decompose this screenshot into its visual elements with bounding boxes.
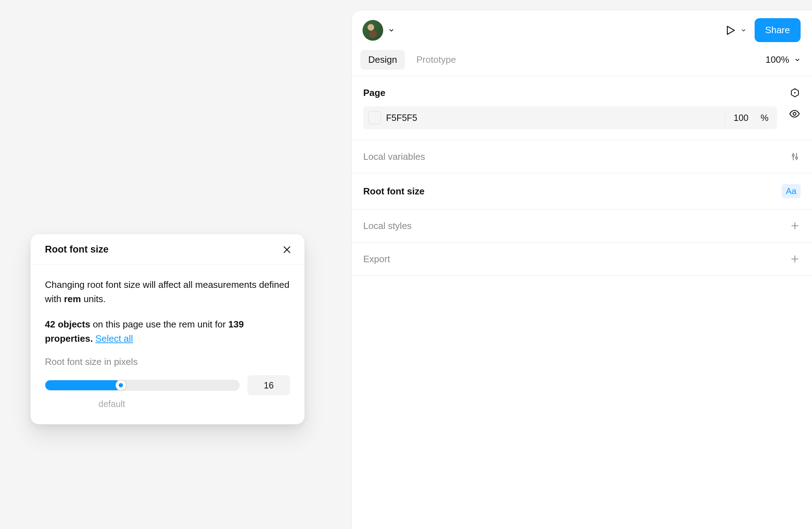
- select-all-link[interactable]: Select all: [96, 333, 133, 344]
- svg-point-2: [794, 92, 796, 93]
- share-button[interactable]: Share: [755, 18, 801, 42]
- modal-stats: 42 objects on this page use the rem unit…: [45, 317, 290, 346]
- modal-description: Changing root font size will affect all …: [45, 278, 290, 306]
- play-icon[interactable]: [724, 24, 737, 37]
- color-hex-value: F5F5F5: [386, 113, 720, 123]
- modal-header: Root font size: [31, 234, 304, 265]
- svg-point-3: [793, 112, 796, 115]
- add-export-plus-icon[interactable]: [789, 253, 801, 265]
- modal-title: Root font size: [45, 244, 108, 255]
- root-font-size-modal: Root font size Changing root font size w…: [30, 234, 305, 424]
- zoom-dropdown[interactable]: 100%: [766, 54, 801, 65]
- slider-label: Root font size in pixels: [45, 356, 290, 367]
- avatar[interactable]: [363, 20, 383, 41]
- play-chevron-down-icon[interactable]: [740, 27, 747, 34]
- export-title: Export: [363, 254, 390, 265]
- local-styles-title: Local styles: [363, 220, 412, 232]
- slider-thumb[interactable]: [115, 380, 126, 391]
- section-export[interactable]: Export: [352, 242, 812, 276]
- zoom-chevron-down-icon: [794, 57, 801, 63]
- tabs-row: Design Prototype 100%: [352, 50, 812, 76]
- page-color-field[interactable]: F5F5F5 100 %: [363, 106, 777, 129]
- zoom-value: 100%: [766, 54, 790, 65]
- svg-point-5: [792, 154, 794, 156]
- panel-header: Share: [352, 10, 812, 50]
- tab-design[interactable]: Design: [360, 50, 405, 70]
- section-local-styles[interactable]: Local styles: [352, 209, 812, 242]
- visibility-eye-icon[interactable]: [788, 108, 801, 120]
- slider-fill: [45, 380, 121, 390]
- section-local-variables[interactable]: Local variables: [352, 140, 812, 173]
- root-font-size-title: Root font size: [363, 186, 425, 197]
- sliders-icon[interactable]: [789, 151, 801, 162]
- color-swatch[interactable]: [368, 111, 381, 124]
- svg-marker-0: [727, 26, 734, 34]
- variable-hexagon-icon[interactable]: [789, 87, 801, 98]
- svg-point-7: [796, 157, 797, 159]
- close-icon[interactable]: [282, 244, 292, 255]
- section-page-title: Page: [363, 87, 385, 98]
- tab-prototype[interactable]: Prototype: [408, 50, 464, 70]
- section-root-font-size[interactable]: Root font size Aa: [352, 173, 812, 209]
- font-size-input[interactable]: 16: [247, 375, 290, 395]
- section-page: Page F5F5F5 100 %: [352, 76, 812, 140]
- avatar-chevron-down-icon[interactable]: [388, 27, 395, 34]
- aa-badge[interactable]: Aa: [782, 184, 801, 198]
- font-size-slider[interactable]: [45, 380, 240, 391]
- share-button-label: Share: [765, 25, 790, 36]
- add-local-style-plus-icon[interactable]: [789, 220, 801, 232]
- slider-default-label: default: [98, 399, 290, 409]
- opacity-value[interactable]: 100: [730, 113, 752, 123]
- design-panel: Share Design Prototype 100% Page: [351, 10, 812, 529]
- local-variables-title: Local variables: [363, 151, 425, 162]
- opacity-unit: %: [757, 113, 772, 123]
